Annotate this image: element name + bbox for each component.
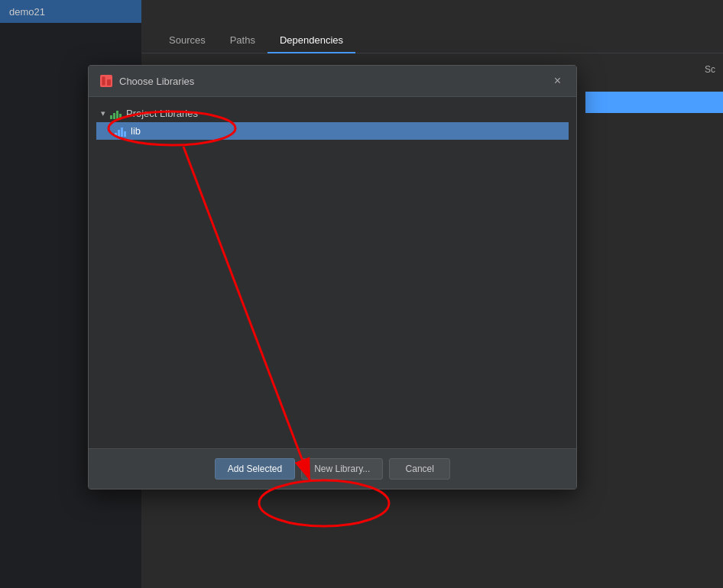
tree-expand-icon: ▾ [101, 108, 105, 118]
new-library-button[interactable]: New Library... [301, 458, 383, 480]
tree-item-lib[interactable]: lib [96, 122, 569, 140]
dialog-title-text: Choose Libraries [119, 76, 543, 87]
blue-selected-bar [585, 92, 723, 113]
dialog-header: Choose Libraries × [89, 66, 576, 97]
tree-root-label: Project Libraries [126, 108, 198, 119]
choose-libraries-dialog: Choose Libraries × ▾ Project Libraries [88, 65, 577, 489]
cancel-button[interactable]: Cancel [389, 458, 450, 480]
dialog-footer: Add Selected New Library... Cancel [89, 448, 576, 489]
sc-label: Sc [705, 64, 715, 75]
lib-icon [115, 126, 126, 137]
library-root-icon [110, 108, 122, 119]
sidebar-title: demo21 [0, 0, 141, 23]
tree-root: ▾ Project Libraries [96, 105, 569, 122]
sidebar-title-label: demo21 [9, 6, 45, 18]
dialog-body: ▾ Project Libraries [89, 97, 576, 448]
tree-item-lib-label: lib [131, 125, 141, 137]
tab-sources[interactable]: Sources [157, 28, 218, 53]
dialog-icon [99, 74, 113, 88]
add-selected-button[interactable]: Add Selected [215, 458, 295, 480]
top-tabs: Sources Paths Dependencies [141, 0, 723, 53]
dialog-close-button[interactable]: × [550, 73, 566, 89]
tab-dependencies[interactable]: Dependencies [267, 28, 355, 53]
svg-rect-2 [107, 79, 111, 86]
tab-paths[interactable]: Paths [218, 28, 267, 53]
svg-rect-1 [102, 76, 105, 86]
